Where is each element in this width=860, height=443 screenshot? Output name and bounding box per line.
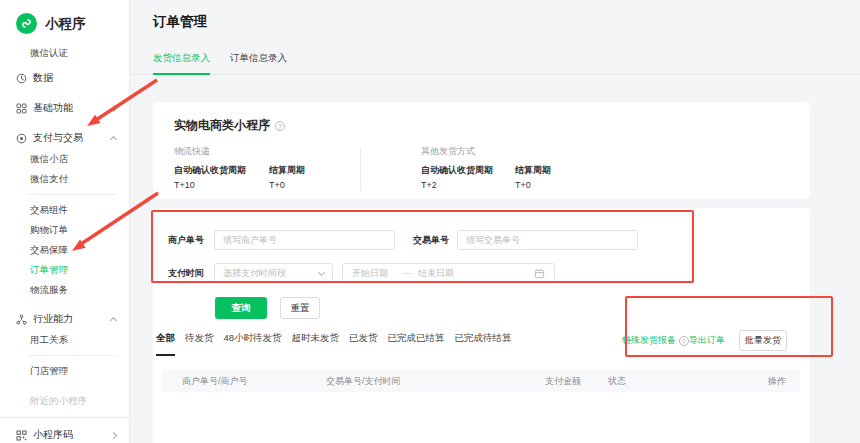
trade-order-label: 交易单号: [413, 234, 449, 247]
auto-confirm-period-field: 自动确认收货周期 T+10: [174, 164, 269, 190]
nodes-icon: [16, 314, 27, 325]
chevron-down-icon: [318, 268, 325, 275]
page-title: 订单管理: [153, 13, 860, 31]
sidebar-nav: 微信认证 数据 基础功能 支付与交易 微信小店 微信支付 交易组件 购物订单 交…: [0, 43, 129, 443]
sidebar-item-wechat-auth[interactable]: 微信认证: [0, 43, 129, 63]
page-tabs: 发货信息录入 订单信息录入: [130, 52, 860, 75]
divider: [28, 194, 117, 195]
info-card: 实物电商类小程序 ? 物流快递 自动确认收货周期 T+10 结算周期 T+0: [153, 102, 810, 199]
filter-tab-completed-unsettled[interactable]: 已完成待结算: [455, 332, 512, 354]
column-operation: 操作: [768, 375, 786, 388]
pay-time-label: 支付时间: [168, 267, 206, 280]
main-content: 订单管理 发货信息录入 订单信息录入 实物电商类小程序 ? 物流快递 自动确认收…: [130, 0, 860, 443]
date-separator: —: [402, 268, 411, 278]
other-shipping-section: 其他发货方式 自动确认收货周期 T+2 结算周期 T+0: [361, 145, 551, 191]
column-trade-order-paytime: 交易单号/支付时间: [326, 375, 545, 388]
divider: [0, 417, 129, 418]
merchant-order-input[interactable]: [214, 230, 395, 250]
sidebar-item-payment-trade[interactable]: 支付与交易: [0, 127, 129, 149]
trade-order-input[interactable]: [457, 230, 638, 250]
info-card-title: 实物电商类小程序: [174, 117, 270, 134]
merchant-order-label: 商户单号: [168, 234, 206, 247]
section-label: 其他发货方式: [421, 145, 551, 158]
filter-tab-shipped[interactable]: 已发货: [349, 332, 378, 354]
column-merchant-order: 商户单号/商户号: [182, 375, 326, 388]
divider: [28, 355, 117, 356]
sidebar-item-basic-functions[interactable]: 基础功能: [0, 97, 129, 119]
sidebar-item-data[interactable]: 数据: [0, 67, 129, 89]
settlement-period-field: 结算周期 T+0: [515, 164, 551, 190]
filter-tab-all[interactable]: 全部: [156, 332, 175, 356]
column-pay-amount: 支付金额: [545, 375, 608, 388]
sidebar-item-industry-ability[interactable]: 行业能力: [0, 308, 129, 330]
grid-icon: [16, 103, 27, 114]
sidebar-item-trade-guarantee[interactable]: 交易保障: [0, 240, 129, 260]
filter-tab-48h-to-ship[interactable]: 48小时待发货: [224, 332, 282, 354]
reset-button[interactable]: 重置: [280, 297, 320, 319]
chevron-up-icon: [110, 316, 117, 323]
date-range-picker[interactable]: 开始日期 — 结束日期: [342, 263, 555, 283]
special-shipping-report-link[interactable]: 特殊发货报备: [622, 334, 676, 347]
batch-ship-button[interactable]: 批量发货: [739, 330, 787, 351]
sidebar-item-store-management[interactable]: 门店管理: [0, 361, 129, 381]
table-header: 商户单号/商户号 交易单号/支付时间 支付金额 状态 操作: [162, 370, 800, 392]
chevron-right-icon: [110, 104, 117, 111]
clock-icon: [16, 73, 27, 84]
end-date-input[interactable]: 结束日期: [418, 267, 454, 280]
app-logo: 小程序: [0, 0, 129, 34]
filter-tab-overdue-unshipped[interactable]: 超时未发货: [292, 332, 340, 354]
sidebar: 小程序 微信认证 数据 基础功能 支付与交易 微信小店 微信支付 交易组件 购物…: [0, 0, 130, 443]
sidebar-item-miniprogram-code[interactable]: 小程序码: [0, 424, 129, 443]
sidebar-item-wechat-shop[interactable]: 微信小店: [0, 149, 129, 169]
sidebar-item-labor-relations[interactable]: 用工关系: [0, 330, 129, 350]
logistics-express-section: 物流快递 自动确认收货周期 T+10 结算周期 T+0: [174, 145, 360, 191]
qr-icon: [16, 430, 27, 441]
search-button[interactable]: 查询: [215, 297, 267, 319]
sidebar-item-order-management[interactable]: 订单管理: [0, 260, 129, 280]
chevron-right-icon: [110, 431, 117, 438]
pay-time-select[interactable]: 选择支付时间段: [214, 263, 333, 283]
target-icon: [16, 133, 27, 144]
export-orders-link[interactable]: 导出订单: [689, 334, 725, 347]
settlement-period-field: 结算周期 T+0: [269, 164, 305, 190]
filter-tab-completed-settled[interactable]: 已完成已结算: [388, 332, 445, 354]
miniprogram-logo-icon: [16, 13, 37, 34]
sidebar-item-nearby-miniprogram[interactable]: 附近的小程序: [0, 391, 129, 411]
chevron-up-icon: [110, 135, 117, 142]
section-label: 物流快递: [174, 145, 360, 158]
help-icon[interactable]: ?: [275, 121, 285, 131]
app-title: 小程序: [45, 15, 86, 33]
sidebar-item-wechat-pay[interactable]: 微信支付: [0, 169, 129, 189]
info-icon[interactable]: ?: [679, 336, 689, 346]
sidebar-item-logistics-service[interactable]: 物流服务: [0, 280, 129, 300]
column-status: 状态: [608, 375, 768, 388]
order-query-card: 商户单号 交易单号 支付时间 选择支付时间段 开始日期 — 结束日期 查询 重置: [153, 208, 810, 443]
tab-shipping-info-entry[interactable]: 发货信息录入: [153, 52, 210, 75]
filter-tab-to-ship[interactable]: 待发货: [185, 332, 214, 354]
sidebar-item-trade-component[interactable]: 交易组件: [0, 200, 129, 220]
table-actions: 特殊发货报备 ? 导出订单 批量发货: [622, 330, 787, 357]
calendar-icon: [534, 268, 545, 279]
tab-order-info-entry[interactable]: 订单信息录入: [230, 52, 287, 74]
start-date-input[interactable]: 开始日期: [352, 267, 388, 280]
auto-confirm-period-field: 自动确认收货周期 T+2: [421, 164, 515, 190]
filter-bar: 全部 待发货 48小时待发货 超时未发货 已发货 已完成已结算 已完成待结算 特…: [156, 330, 787, 357]
sidebar-item-shopping-orders[interactable]: 购物订单: [0, 220, 129, 240]
